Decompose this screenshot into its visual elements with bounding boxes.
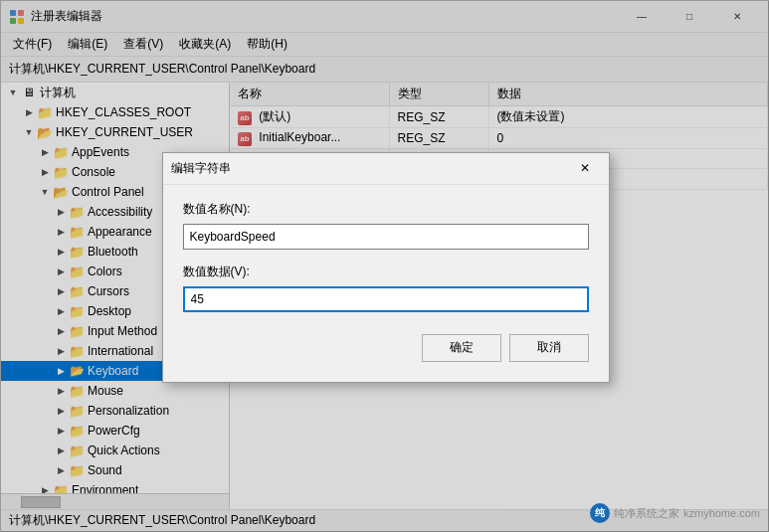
watermark: 纯 纯净系统之家 kzmyhome.com [590, 503, 760, 523]
dialog-close-button[interactable]: ✕ [569, 156, 601, 180]
dialog-overlay: 编辑字符串 ✕ 数值名称(N): 数值数据(V): 确定 取消 [1, 1, 769, 532]
edit-string-dialog: 编辑字符串 ✕ 数值名称(N): 数值数据(V): 确定 取消 [162, 152, 610, 383]
dialog-title: 编辑字符串 [171, 160, 569, 177]
dialog-buttons: 确定 取消 [183, 334, 589, 366]
ok-button[interactable]: 确定 [422, 334, 501, 362]
data-input[interactable] [183, 286, 589, 312]
watermark-text: 纯净系统之家 [614, 506, 679, 521]
dialog-title-bar: 编辑字符串 ✕ [163, 153, 609, 185]
watermark-url: kzmyhome.com [683, 507, 760, 519]
watermark-icon: 纯 [590, 503, 610, 523]
cancel-button[interactable]: 取消 [509, 334, 589, 362]
dialog-body: 数值名称(N): 数值数据(V): 确定 取消 [163, 185, 609, 382]
name-label: 数值名称(N): [183, 201, 589, 218]
data-label: 数值数据(V): [183, 264, 589, 280]
name-input[interactable] [183, 224, 589, 250]
